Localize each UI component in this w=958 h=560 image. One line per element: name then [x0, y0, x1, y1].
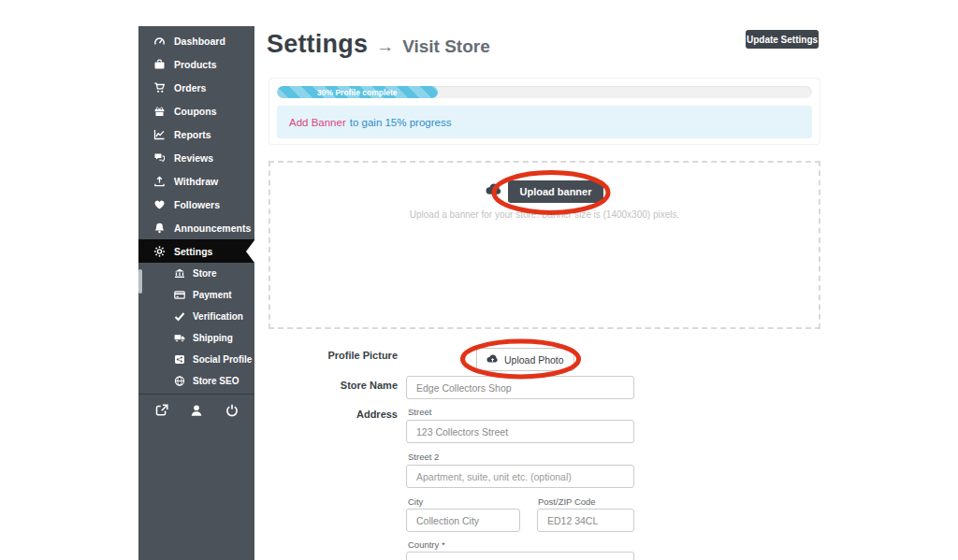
alert-text: to gain 15% progress [350, 117, 452, 128]
sidebar-item-reports[interactable]: Reports [138, 122, 254, 146]
upload-banner-button[interactable]: Upload banner [508, 180, 602, 203]
sidebar-item-dashboard[interactable]: Dashboard [138, 29, 254, 52]
page-canvas: Dashboard Products Orders Coupons [0, 0, 958, 560]
gauge-icon [152, 35, 166, 47]
profile-progress-card: 30% Profile complete Add Banner to gain … [269, 78, 820, 145]
sidebar-subitem-label: Social Profile [193, 354, 252, 365]
street2-input[interactable] [406, 465, 634, 488]
sidebar-item-label: Products [174, 59, 217, 70]
gift-icon [152, 105, 166, 117]
bell-icon [152, 222, 166, 234]
sidebar-item-label: Orders [174, 82, 206, 93]
progress-bar-fill: 30% Profile complete [277, 86, 438, 98]
country-input[interactable] [406, 552, 634, 560]
sidebar-item-coupons[interactable]: Coupons [138, 99, 254, 122]
sidebar-subitem-label: Store SEO [193, 376, 239, 386]
sidebar-subitem-store-seo[interactable]: Store SEO [138, 370, 254, 392]
sidebar-subitem-social-profile[interactable]: Social Profile [138, 349, 254, 370]
sidebar-subitem-payment[interactable]: Payment [138, 284, 254, 306]
visit-store-link[interactable]: Visit Store [402, 36, 490, 57]
sidebar-item-products[interactable]: Products [138, 52, 254, 76]
sidebar-footer [138, 395, 254, 417]
banner-upload-dropzone[interactable]: Upload banner Upload a banner for your s… [269, 161, 820, 329]
settings-submenu: Store Payment Verification [138, 263, 254, 392]
sidebar-item-label: Followers [174, 199, 220, 210]
sidebar-item-announcements[interactable]: Announcements [138, 216, 254, 239]
cart-icon [152, 81, 166, 93]
sidebar-subitem-label: Shipping [193, 333, 233, 343]
store-name-input[interactable] [406, 376, 634, 399]
truck-icon [173, 333, 185, 344]
sidebar-subitem-label: Store [193, 268, 217, 279]
add-banner-link[interactable]: Add Banner [289, 117, 346, 128]
comments-icon [152, 151, 166, 164]
page-header: Settings → Visit Store [267, 30, 490, 59]
city-label: City [408, 496, 423, 507]
sidebar-item-followers[interactable]: Followers [138, 193, 254, 216]
bank-icon [173, 268, 185, 280]
progress-bar-track: 30% Profile complete [277, 86, 812, 98]
sidebar-item-label: Coupons [174, 106, 217, 117]
progress-alert: Add Banner to gain 15% progress [277, 106, 812, 138]
profile-picture-label: Profile Picture [267, 350, 398, 361]
street-label: Street [408, 407, 431, 417]
check-icon [173, 311, 185, 323]
sidebar-subitem-store[interactable]: Store [138, 263, 254, 284]
zip-input[interactable] [537, 509, 634, 532]
sidebar: Dashboard Products Orders Coupons [138, 26, 254, 560]
share-icon [173, 354, 185, 366]
credit-card-icon [173, 290, 185, 301]
sidebar-item-reviews[interactable]: Reviews [138, 146, 254, 169]
upload-photo-label: Upload Photo [504, 354, 564, 366]
banner-help-text: Upload a banner for your store. Banner s… [410, 209, 680, 220]
sidebar-item-orders[interactable]: Orders [138, 76, 254, 99]
sidebar-subitem-label: Verification [193, 311, 243, 322]
street2-label: Street 2 [408, 452, 439, 462]
sidebar-item-settings[interactable]: Settings [138, 239, 254, 263]
sidebar-item-label: Withdraw [174, 176, 218, 187]
upload-icon [152, 175, 166, 187]
arrow-right-icon: → [376, 36, 394, 57]
external-link-icon[interactable] [154, 403, 168, 417]
street-input[interactable] [406, 420, 634, 443]
store-name-label: Store Name [267, 380, 398, 391]
sidebar-scrollbar-thumb[interactable] [138, 269, 142, 294]
chart-line-icon [152, 128, 166, 140]
sidebar-item-label: Reports [174, 129, 211, 140]
city-input[interactable] [406, 509, 520, 532]
heart-icon [152, 198, 166, 210]
sidebar-item-label: Announcements [174, 223, 251, 234]
banner-upload-row: Upload banner [486, 180, 602, 203]
country-label: Country * [408, 539, 445, 550]
briefcase-icon [152, 58, 166, 70]
zip-label: Post/ZIP Code [538, 496, 596, 507]
gear-icon [152, 245, 166, 257]
progress-label: 30% Profile complete [317, 88, 398, 97]
sidebar-subitem-label: Payment [193, 290, 232, 300]
sidebar-item-label: Settings [174, 246, 212, 257]
sidebar-subitem-shipping[interactable]: Shipping [138, 327, 254, 349]
globe-icon [173, 376, 185, 387]
user-icon[interactable] [190, 403, 204, 417]
sidebar-item-label: Dashboard [174, 36, 225, 47]
cloud-upload-icon [486, 354, 499, 366]
power-icon[interactable] [225, 403, 239, 417]
sidebar-menu: Dashboard Products Orders Coupons [138, 26, 254, 417]
update-settings-button[interactable]: Update Settings [746, 30, 819, 49]
sidebar-item-label: Reviews [174, 152, 213, 164]
cloud-upload-icon [486, 183, 502, 200]
page-title: Settings [267, 30, 368, 59]
address-label: Address [267, 409, 398, 420]
sidebar-item-withdraw[interactable]: Withdraw [138, 169, 254, 193]
upload-photo-button[interactable]: Upload Photo [476, 348, 574, 371]
sidebar-subitem-verification[interactable]: Verification [138, 306, 254, 327]
